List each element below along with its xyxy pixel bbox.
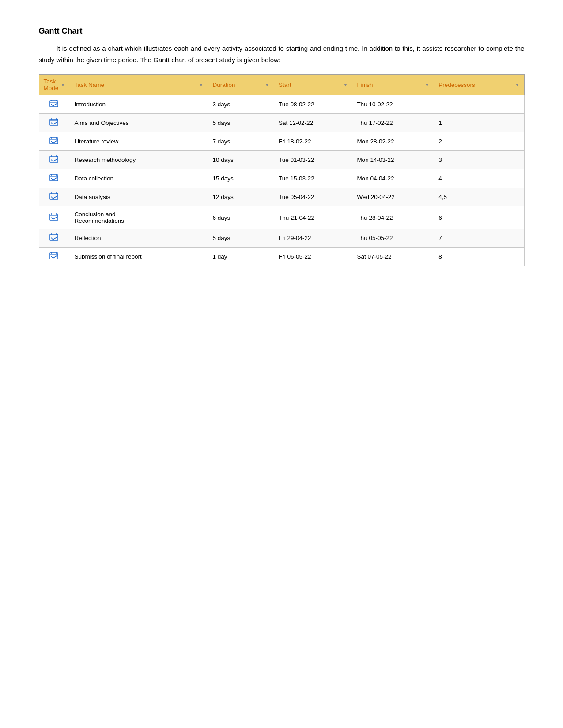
start-cell: Fri 29-04-22 — [274, 229, 352, 248]
start-cell: Thu 21-04-22 — [274, 206, 352, 229]
task-mode-icon — [49, 137, 59, 145]
section-title: Gantt Chart — [39, 26, 525, 36]
finish-dropdown-icon[interactable]: ▼ — [425, 83, 429, 87]
task-name-cell: Data collection — [70, 169, 208, 188]
table-row: Literature review7 daysFri 18-02-22Mon 2… — [39, 132, 524, 151]
task-mode-cell — [39, 151, 70, 169]
finish-cell: Mon 14-03-22 — [352, 151, 434, 169]
task-mode-icon — [49, 213, 59, 221]
table-row: Data analysis12 daysTue 05-04-22Wed 20-0… — [39, 188, 524, 206]
finish-cell: Thu 10-02-22 — [352, 95, 434, 114]
task-name-cell: Introduction — [70, 95, 208, 114]
start-cell: Tue 01-03-22 — [274, 151, 352, 169]
task-name-cell: Data analysis — [70, 188, 208, 206]
table-row: Aims and Objectives5 daysSat 12-02-22Thu… — [39, 114, 524, 132]
task-name-cell: Conclusion andRecommendations — [70, 206, 208, 229]
duration-cell: 5 days — [208, 114, 274, 132]
predecessors-cell: 8 — [434, 248, 524, 266]
col-header-predecessors[interactable]: Predecessors ▼ — [434, 75, 524, 95]
task-mode-icon — [49, 233, 59, 241]
start-cell: Fri 18-02-22 — [274, 132, 352, 151]
task-name-cell: Reflection — [70, 229, 208, 248]
task-mode-icon — [49, 155, 59, 163]
col-header-finish[interactable]: Finish ▼ — [352, 75, 434, 95]
predecessors-cell: 6 — [434, 206, 524, 229]
duration-cell: 12 days — [208, 188, 274, 206]
col-header-duration[interactable]: Duration ▼ — [208, 75, 274, 95]
table-row: Reflection5 daysFri 29-04-22Thu 05-05-22… — [39, 229, 524, 248]
finish-cell: Mon 04-04-22 — [352, 169, 434, 188]
predecessors-cell: 4 — [434, 169, 524, 188]
intro-paragraph: It is defined as a chart which illustrat… — [39, 43, 525, 65]
task-mode-cell — [39, 114, 70, 132]
task-mode-icon — [49, 118, 59, 126]
col-header-duration-label: Duration — [212, 82, 235, 88]
task-mode-cell — [39, 206, 70, 229]
task-mode-cell — [39, 169, 70, 188]
col-header-start-label: Start — [279, 82, 291, 88]
col-header-finish-label: Finish — [357, 82, 373, 88]
task-mode-icon — [49, 192, 59, 200]
start-dropdown-icon[interactable]: ▼ — [343, 83, 348, 87]
predecessors-dropdown-icon[interactable]: ▼ — [515, 83, 520, 87]
start-cell: Tue 05-04-22 — [274, 188, 352, 206]
task-mode-icon — [49, 252, 59, 260]
predecessors-cell: 3 — [434, 151, 524, 169]
duration-cell: 1 day — [208, 248, 274, 266]
start-cell: Sat 12-02-22 — [274, 114, 352, 132]
predecessors-cell: 1 — [434, 114, 524, 132]
task-mode-icon — [49, 174, 59, 182]
task-name-dropdown-icon[interactable]: ▼ — [199, 83, 204, 87]
duration-cell: 6 days — [208, 206, 274, 229]
col-header-predecessors-label: Predecessors — [438, 82, 475, 88]
col-header-task-name-label: Task Name — [75, 82, 105, 88]
col-header-task-mode-label: TaskMode — [44, 78, 59, 91]
table-header-row: TaskMode ▼ Task Name ▼ Duration ▼ — [39, 75, 524, 95]
duration-dropdown-icon[interactable]: ▼ — [265, 83, 269, 87]
col-header-start[interactable]: Start ▼ — [274, 75, 352, 95]
task-name-cell: Submission of final report — [70, 248, 208, 266]
table-row: Research methodology10 daysTue 01-03-22M… — [39, 151, 524, 169]
finish-cell: Thu 17-02-22 — [352, 114, 434, 132]
task-mode-cell — [39, 95, 70, 114]
finish-cell: Wed 20-04-22 — [352, 188, 434, 206]
predecessors-cell: 2 — [434, 132, 524, 151]
duration-cell: 3 days — [208, 95, 274, 114]
task-name-cell: Research methodology — [70, 151, 208, 169]
col-header-task-mode[interactable]: TaskMode ▼ — [39, 75, 70, 95]
task-mode-cell — [39, 132, 70, 151]
finish-cell: Mon 28-02-22 — [352, 132, 434, 151]
finish-cell: Sat 07-05-22 — [352, 248, 434, 266]
predecessors-cell — [434, 95, 524, 114]
start-cell: Fri 06-05-22 — [274, 248, 352, 266]
task-mode-cell — [39, 229, 70, 248]
table-row: Data collection15 daysTue 15-03-22Mon 04… — [39, 169, 524, 188]
task-mode-cell — [39, 248, 70, 266]
finish-cell: Thu 05-05-22 — [352, 229, 434, 248]
col-header-task-name[interactable]: Task Name ▼ — [70, 75, 208, 95]
start-cell: Tue 15-03-22 — [274, 169, 352, 188]
gantt-table: TaskMode ▼ Task Name ▼ Duration ▼ — [39, 74, 525, 266]
task-mode-dropdown-icon[interactable]: ▼ — [61, 83, 65, 87]
task-name-cell: Aims and Objectives — [70, 114, 208, 132]
task-mode-cell — [39, 188, 70, 206]
task-name-cell: Literature review — [70, 132, 208, 151]
predecessors-cell: 7 — [434, 229, 524, 248]
finish-cell: Thu 28-04-22 — [352, 206, 434, 229]
duration-cell: 7 days — [208, 132, 274, 151]
page-content: Gantt Chart It is defined as a chart whi… — [39, 26, 525, 266]
table-row: Introduction3 daysTue 08-02-22Thu 10-02-… — [39, 95, 524, 114]
start-cell: Tue 08-02-22 — [274, 95, 352, 114]
predecessors-cell: 4,5 — [434, 188, 524, 206]
table-row: Conclusion andRecommendations6 daysThu 2… — [39, 206, 524, 229]
duration-cell: 10 days — [208, 151, 274, 169]
duration-cell: 5 days — [208, 229, 274, 248]
task-mode-icon — [49, 100, 59, 108]
table-row: Submission of final report1 dayFri 06-05… — [39, 248, 524, 266]
duration-cell: 15 days — [208, 169, 274, 188]
